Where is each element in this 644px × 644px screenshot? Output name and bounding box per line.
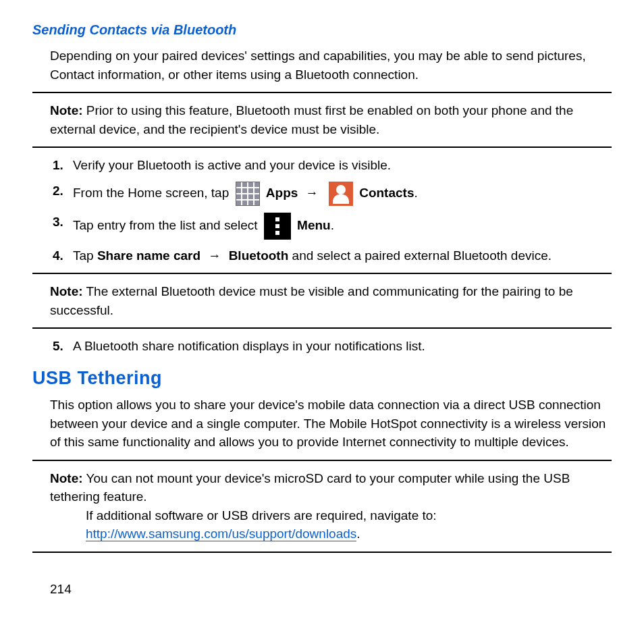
step-3-pre: Tap entry from the list and select [73, 218, 258, 232]
step-2: From the Home screen, tap Apps → Contact… [73, 182, 612, 206]
step-4-b1: Share name card [97, 248, 200, 263]
section-intro: Depending on your paired devices' settin… [32, 47, 612, 84]
note-label: Note: [50, 471, 83, 485]
note3-line2-pre: If additional software or USB drivers ar… [86, 508, 437, 522]
step-2-pre: From the Home screen, tap [73, 186, 229, 200]
step-4-pre: Tap [73, 248, 97, 263]
period: . [414, 186, 417, 200]
note-block-2: Note: The external Bluetooth device must… [32, 273, 612, 329]
arrow-icon: → [306, 184, 319, 203]
note-label: Note: [50, 284, 83, 298]
step-2-apps: Apps [266, 186, 298, 200]
apps-icon [236, 182, 260, 206]
arrow-icon: → [208, 246, 221, 265]
step-3: Tap entry from the list and select Menu. [73, 213, 612, 240]
step-4-post: and select a paired external Bluetooth d… [288, 248, 552, 263]
page-number: 214 [32, 580, 612, 599]
step-5: A Bluetooth share notification displays … [73, 337, 612, 356]
step-1: Verify your Bluetooth is active and your… [73, 156, 612, 175]
samsung-downloads-link[interactable]: http://www.samsung.com/us/support/downlo… [86, 527, 356, 541]
steps-list-cont: A Bluetooth share notification displays … [32, 337, 612, 356]
step-4-b2: Bluetooth [229, 248, 289, 263]
note-text: The external Bluetooth device must be vi… [50, 284, 573, 317]
period: . [356, 527, 360, 541]
note-block-3: Note: You can not mount your device's mi… [32, 460, 612, 553]
note3-line1: You can not mount your device's microSD … [50, 471, 570, 504]
period: . [331, 218, 334, 232]
contacts-icon [329, 182, 353, 206]
section2-intro: This option allows you to share your dev… [32, 396, 612, 452]
section-heading: USB Tethering [32, 365, 612, 392]
section-subtitle: Sending Contacts via Bluetooth [32, 20, 612, 40]
menu-icon [264, 213, 291, 240]
step-4: Tap Share name card → Bluetooth and sele… [73, 246, 612, 265]
note-label: Note: [50, 103, 83, 117]
steps-list: Verify your Bluetooth is active and your… [32, 156, 612, 265]
note-text: Prior to using this feature, Bluetooth m… [50, 103, 573, 136]
step-3-menu: Menu [297, 218, 331, 232]
step-2-contacts: Contacts [359, 186, 414, 200]
note-block-1: Note: Prior to using this feature, Bluet… [32, 92, 612, 148]
